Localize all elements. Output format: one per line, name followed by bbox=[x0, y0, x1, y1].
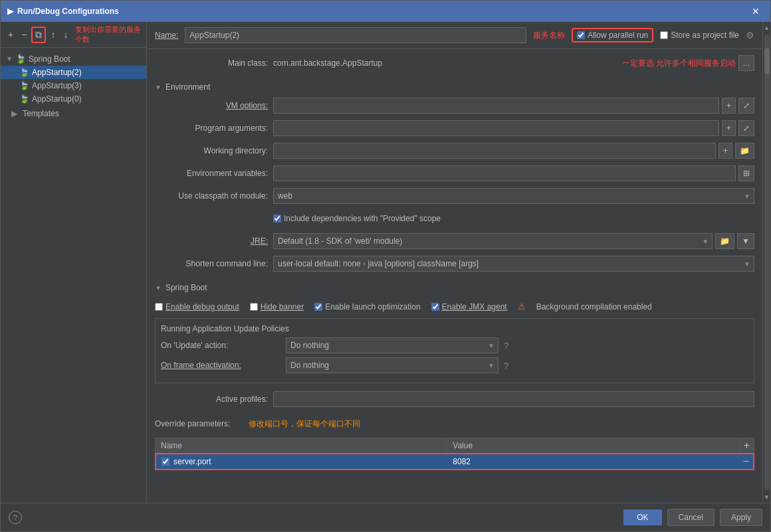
table-row-checkbox[interactable] bbox=[162, 458, 169, 466]
right-scrollbar[interactable]: ▲ ▼ bbox=[762, 22, 770, 503]
enable-debug-label[interactable]: Enable debug output bbox=[165, 302, 239, 311]
store-project-checkbox[interactable] bbox=[660, 31, 668, 39]
hide-banner-label[interactable]: Hide banner bbox=[261, 302, 304, 311]
allow-parallel-wrapper: Allow parallel run bbox=[572, 28, 653, 43]
table-remove-button[interactable]: − bbox=[739, 456, 753, 468]
enable-debug-checkbox[interactable] bbox=[155, 303, 163, 311]
scroll-down-icon[interactable]: ▼ bbox=[762, 491, 770, 503]
table-cell-name: server.port bbox=[156, 454, 447, 469]
header-right: Allow parallel run Store as project file… bbox=[572, 28, 754, 43]
shorten-cmd-wrap: user-local default: none - java [options… bbox=[273, 256, 754, 272]
vm-options-fullscreen-button[interactable]: ⤢ bbox=[738, 98, 754, 114]
on-frame-label: On frame deactivation: bbox=[161, 361, 280, 370]
jre-dropdown-button[interactable]: ▼ bbox=[737, 233, 754, 249]
working-dir-label: Working directory: bbox=[155, 146, 268, 155]
left-toolbar: + − ⧉ ↑ ↓ 复制出你需要的服务个数 bbox=[1, 22, 146, 48]
config-icon-2: 🍃 bbox=[19, 81, 29, 90]
jre-select[interactable]: Default (1.8 - SDK of 'web' module) bbox=[273, 233, 713, 249]
main-class-row: Main class: com.ant.backstage.AppStartup… bbox=[155, 54, 754, 72]
env-vars-input[interactable] bbox=[273, 165, 736, 181]
program-args-input[interactable] bbox=[273, 120, 719, 136]
spring-boot-group-header[interactable]: ▼ 🍃 Spring Boot bbox=[1, 52, 146, 66]
bottom-left: ? bbox=[9, 511, 22, 524]
classpath-select[interactable]: web bbox=[273, 188, 754, 204]
environment-section-header[interactable]: ▼ Environment bbox=[155, 82, 754, 92]
on-update-help-icon[interactable]: ? bbox=[504, 341, 508, 351]
include-deps-checkbox[interactable] bbox=[273, 215, 281, 222]
templates-item[interactable]: ▶ Templates bbox=[1, 107, 146, 120]
on-frame-select[interactable]: Do nothing Update classes and resources bbox=[286, 357, 498, 373]
right-with-scrollbar: Name: 服务名称 Allow parallel run Store as p… bbox=[147, 22, 770, 503]
table-add-button[interactable]: + bbox=[740, 440, 754, 452]
scroll-thumb[interactable] bbox=[764, 48, 770, 74]
config-body: Main class: com.ant.backstage.AppStartup… bbox=[147, 49, 762, 503]
allow-parallel-checkbox[interactable] bbox=[577, 31, 585, 39]
gear-icon[interactable]: ⚙ bbox=[746, 30, 754, 41]
program-args-fullscreen-button[interactable]: ⤢ bbox=[738, 120, 754, 136]
scroll-up-icon[interactable]: ▲ bbox=[762, 22, 770, 33]
on-frame-help-icon[interactable]: ? bbox=[504, 361, 508, 371]
working-dir-folder-button[interactable]: 📁 bbox=[735, 143, 754, 159]
env-arrow-icon: ▼ bbox=[155, 84, 162, 91]
spring-boot-section-header[interactable]: ▼ Spring Boot bbox=[155, 283, 754, 292]
run-debug-dialog: ▶ Run/Debug Configurations ✕ + − ⧉ ↑ ↓ 复… bbox=[0, 0, 771, 532]
cancel-button[interactable]: Cancel bbox=[667, 509, 715, 526]
allow-parallel-label[interactable]: Allow parallel run bbox=[588, 31, 648, 40]
config-header: Name: 服务名称 Allow parallel run Store as p… bbox=[147, 22, 762, 49]
on-update-row: On 'Update' action: Do nothing Update cl… bbox=[161, 337, 748, 353]
vm-options-wrap: + ⤢ bbox=[273, 98, 754, 114]
store-project-label[interactable]: Store as project file bbox=[671, 31, 739, 40]
port-annotation: 修改端口号，保证每个端口不同 bbox=[249, 418, 360, 430]
enable-launch-checkbox[interactable] bbox=[314, 303, 322, 311]
tree-item-appstartup3[interactable]: 🍃 AppStartup(3) bbox=[1, 79, 146, 92]
enable-jmx-label[interactable]: Enable JMX agent bbox=[442, 302, 507, 311]
group-arrow-icon: ▼ bbox=[6, 55, 13, 62]
ok-button[interactable]: OK bbox=[623, 509, 661, 525]
working-dir-expand-button[interactable]: + bbox=[718, 143, 732, 159]
main-class-value: com.ant.backstage.AppStartup bbox=[273, 58, 613, 68]
scroll-track[interactable] bbox=[764, 35, 770, 490]
help-button[interactable]: ? bbox=[9, 511, 22, 524]
include-deps-label[interactable]: Include dependencies with "Provided" sco… bbox=[284, 214, 441, 223]
vm-options-input[interactable] bbox=[273, 98, 719, 114]
tree-item-appstartup0[interactable]: 🍃 AppStartup(0) bbox=[1, 92, 146, 106]
table-row-server-port[interactable]: server.port 8082 − bbox=[155, 453, 754, 470]
working-dir-wrap: + 📁 bbox=[273, 143, 754, 159]
config-name-row: Name: 服务名称 bbox=[155, 27, 565, 43]
add-config-button[interactable]: + bbox=[5, 27, 17, 42]
copy-config-button[interactable]: ⧉ bbox=[31, 27, 46, 43]
override-table-header: Name Value + bbox=[155, 438, 754, 453]
override-section: Override parameters: 修改端口号，保证每个端口不同 Name… bbox=[155, 415, 754, 470]
working-dir-input[interactable] bbox=[273, 143, 716, 159]
move-down-button[interactable]: ↓ bbox=[60, 27, 71, 42]
enable-jmx-checkbox[interactable] bbox=[431, 303, 439, 311]
close-button[interactable]: ✕ bbox=[748, 5, 764, 18]
name-input[interactable] bbox=[185, 27, 526, 43]
on-frame-select-wrapper: Do nothing Update classes and resources … bbox=[286, 357, 498, 373]
spring-boot-icon: 🍃 bbox=[15, 54, 26, 64]
include-deps-row: Include dependencies with "Provided" sco… bbox=[273, 210, 754, 227]
enable-jmx-wrapper: Enable JMX agent bbox=[431, 302, 507, 311]
vm-options-expand-button[interactable]: + bbox=[722, 98, 736, 114]
jre-folder-button[interactable]: 📁 bbox=[715, 233, 734, 249]
env-vars-browse-button[interactable]: ⊞ bbox=[738, 165, 754, 181]
on-update-label: On 'Update' action: bbox=[161, 341, 280, 350]
enable-launch-wrapper: Enable launch optimization bbox=[314, 302, 420, 311]
vm-options-label: VM options: bbox=[155, 101, 268, 110]
main-class-browse-button[interactable]: ... bbox=[738, 55, 754, 71]
remove-config-button[interactable]: − bbox=[18, 27, 30, 42]
enable-debug-wrapper: Enable debug output bbox=[155, 302, 239, 311]
apply-button[interactable]: Apply bbox=[720, 509, 762, 526]
move-up-button[interactable]: ↑ bbox=[47, 27, 58, 42]
tree-item-appstartup2[interactable]: 🍃 AppStartup(2) bbox=[1, 66, 146, 79]
enable-launch-label[interactable]: Enable launch optimization bbox=[325, 302, 420, 311]
program-args-expand-button[interactable]: + bbox=[722, 120, 736, 136]
on-update-select[interactable]: Do nothing Update classes and resources … bbox=[286, 337, 498, 353]
store-project-wrapper: Store as project file bbox=[660, 31, 739, 40]
active-profiles-input[interactable] bbox=[273, 391, 754, 407]
bg-compilation-label: Background compilation enabled bbox=[536, 302, 652, 311]
shorten-cmd-select-wrapper: user-local default: none - java [options… bbox=[273, 256, 754, 272]
shorten-cmd-select[interactable]: user-local default: none - java [options… bbox=[273, 256, 754, 272]
hide-banner-checkbox[interactable] bbox=[250, 303, 258, 311]
program-args-row: Program arguments: + ⤢ bbox=[155, 120, 754, 137]
